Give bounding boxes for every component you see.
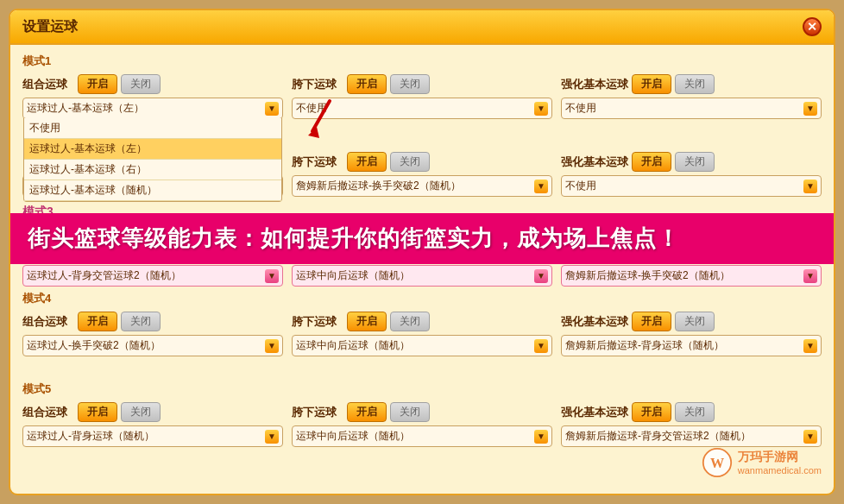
mode1-group3: 强化基本运球 开启 关闭 不使用 ▼: [561, 74, 822, 119]
mode5-d2-arrow[interactable]: ▼: [534, 430, 548, 444]
watermark-text-block: 万玛手游网 wanmamedical.com: [738, 450, 822, 476]
dropdown-item-2[interactable]: 运球过人-基本运球（右）: [24, 160, 281, 180]
mode1-r2-group2-dropdown-arrow[interactable]: ▼: [534, 180, 548, 193]
watermark-en: wanmamedical.com: [738, 465, 822, 476]
mode4-d3-arrow[interactable]: ▼: [803, 339, 817, 353]
mode5-group3-off[interactable]: 关闭: [675, 402, 715, 422]
dropdown-item-1[interactable]: 运球过人-基本运球（左）: [24, 139, 281, 160]
dialog-title: 设置运球: [22, 18, 78, 36]
mode1-r2-group3-header: 强化基本运球 开启 关闭: [561, 152, 822, 172]
mode5-group3: 强化基本运球 开启 关闭 詹姆新后撤运球-背身交管运球2（随机） ▼: [561, 402, 822, 447]
mode1-group1-off-button[interactable]: 关闭: [121, 74, 161, 94]
mode4-d1-arrow[interactable]: ▼: [265, 339, 279, 353]
mode3-d3-arrow[interactable]: ▼: [803, 269, 817, 283]
mode1-r2-group2-dropdown[interactable]: 詹姆新后撤运球-换手突破2（随机） ▼: [292, 175, 552, 197]
mode4-group2-on[interactable]: 开启: [347, 312, 387, 331]
mode1-group3-dropdown-value: 不使用: [565, 101, 802, 116]
dropdown-item-3[interactable]: 运球过人-基本运球（随机）: [24, 180, 281, 201]
mode1-r2-group3: 强化基本运球 开启 关闭 不使用 ▼: [561, 152, 822, 197]
mode4-group1-on[interactable]: 开启: [78, 312, 117, 331]
mode1-group3-dropdown-arrow[interactable]: ▼: [803, 102, 817, 116]
mode5-d1-value: 运球过人-背身运球（随机）: [27, 429, 263, 444]
mode1-r2-group3-off-button[interactable]: 关闭: [675, 152, 715, 172]
mode5-d1-arrow[interactable]: ▼: [265, 430, 279, 444]
mode1-group3-dropdown[interactable]: 不使用 ▼: [561, 98, 822, 119]
mode1-r2-group3-label: 强化基本运球: [561, 154, 628, 170]
mode3-d2-dropdown[interactable]: 运球中向后运球（随机） ▼: [292, 265, 552, 287]
mode3-d1-value: 运球过人-背身交管运球2（随机）: [27, 268, 263, 283]
mode1-group1-header: 组合运球 开启 关闭: [22, 74, 283, 94]
mode5-group1: 组合运球 开启 关闭 运球过人-背身运球（随机） ▼: [22, 402, 283, 447]
mode1-r2-group2: 胯下运球 开启 关闭 詹姆新后撤运球-换手突破2（随机） ▼: [292, 152, 552, 197]
mode4-group2-off[interactable]: 关闭: [390, 312, 430, 331]
mode1-r2-group2-label: 胯下运球: [292, 154, 343, 170]
mode3-d1-arrow[interactable]: ▼: [265, 269, 279, 283]
mode3-d2-arrow[interactable]: ▼: [534, 269, 548, 283]
svg-line-2: [312, 101, 330, 131]
mode3-d1-dropdown[interactable]: 运球过人-背身交管运球2（随机） ▼: [22, 265, 283, 287]
mode5-group2-off[interactable]: 关闭: [390, 402, 430, 422]
mode1-r2-group2-on-button[interactable]: 开启: [347, 152, 387, 172]
watermark-cn: 万玛手游网: [738, 450, 822, 465]
mode1-r2-group2-off-button[interactable]: 关闭: [390, 152, 430, 172]
dropdown-item-0[interactable]: 不使用: [24, 118, 281, 139]
mode3-d-group1: 运球过人-背身交管运球2（随机） ▼: [22, 265, 283, 287]
mode5-d1[interactable]: 运球过人-背身运球（随机） ▼: [22, 425, 283, 447]
mode1-section: 模式1 组合运球 开启 关闭 运球过人-基本运球（左） ▼ 不使用: [22, 54, 822, 197]
mode4-group3: 强化基本运球 开启 关闭 詹姆新后撤运球-背身运球（随机） ▼: [561, 312, 822, 356]
mode4-d2[interactable]: 运球中向后运球（随机） ▼: [292, 335, 552, 356]
mode1-group1-label: 组合运球: [22, 77, 74, 92]
watermark-logo-icon: W: [702, 447, 733, 478]
mode1-group3-header: 强化基本运球 开启 关闭: [561, 74, 822, 94]
title-bar: 设置运球 ✕: [10, 10, 834, 45]
mode4-d1[interactable]: 运球过人-换手突破2（随机） ▼: [22, 335, 283, 356]
close-button[interactable]: ✕: [803, 17, 822, 36]
mode4-group3-on[interactable]: 开启: [632, 312, 671, 331]
settings-dialog: 设置运球 ✕ 模式1 组合运球 开启 关闭 运球过人-基本运球（左） ▼: [9, 9, 835, 495]
mode1-group1: 组合运球 开启 关闭 运球过人-基本运球（左） ▼ 不使用 运球过人-基本运球（…: [22, 74, 283, 119]
mode5-d2[interactable]: 运球中向后运球（随机） ▼: [292, 425, 552, 447]
mode5-d3[interactable]: 詹姆新后撤运球-背身交管运球2（随机） ▼: [561, 425, 822, 447]
mode4-d2-value: 运球中向后运球（随机）: [296, 338, 532, 353]
mode4-d3[interactable]: 詹姆新后撤运球-背身运球（随机） ▼: [561, 335, 822, 356]
mode1-r2-group2-dropdown-value: 詹姆新后撤运球-换手突破2（随机）: [296, 179, 532, 193]
mode1-r2-group3-on-button[interactable]: 开启: [632, 152, 671, 172]
mode4-d1-value: 运球过人-换手突破2（随机）: [27, 338, 263, 353]
mode1-r2-group3-dropdown[interactable]: 不使用 ▼: [561, 175, 822, 197]
mode5-group2-on[interactable]: 开启: [347, 402, 387, 422]
mode5-group2: 胯下运球 开启 关闭 运球中向后运球（随机） ▼: [292, 402, 552, 447]
svg-text:W: W: [710, 456, 724, 471]
mode4-section: 模式4 组合运球 开启 关闭 运球过人-换手突破2（随机） ▼ 胯下运球: [22, 291, 822, 362]
mode1-group3-on-button[interactable]: 开启: [632, 74, 671, 94]
mode5-group1-off[interactable]: 关闭: [121, 402, 161, 422]
mode5-group3-on[interactable]: 开启: [632, 402, 671, 422]
mode4-group3-off[interactable]: 关闭: [675, 312, 715, 331]
overlay-banner: 街头篮球等级能力表：如何提升你的街篮实力，成为场上焦点！: [10, 213, 834, 264]
mode5-label: 模式5: [22, 381, 822, 397]
mode3-d2-value: 运球中向后运球（随机）: [296, 268, 532, 283]
mode1-group2-dropdown-arrow[interactable]: ▼: [534, 102, 548, 116]
mode3-d3-dropdown[interactable]: 詹姆新后撤运球-换手突破2（随机） ▼: [561, 265, 822, 287]
mode1-group3-label: 强化基本运球: [561, 77, 628, 92]
mode1-group1-dropdown-list: 不使用 运球过人-基本运球（左） 运球过人-基本运球（右） 运球过人-基本运球（…: [23, 118, 282, 202]
mode1-r2-group3-dropdown-value: 不使用: [565, 179, 802, 193]
watermark: W 万玛手游网 wanmamedical.com: [702, 447, 822, 478]
mode1-group1-dropdown[interactable]: 运球过人-基本运球（左） ▼ 不使用 运球过人-基本运球（左） 运球过人-基本运…: [22, 98, 283, 119]
mode1-group2-on-button[interactable]: 开启: [347, 74, 387, 94]
mode3-dropdowns-row: 运球过人-背身交管运球2（随机） ▼ 运球中向后运球（随机） ▼ 詹姆新后撤运球…: [22, 265, 822, 287]
mode1-r2-group2-header: 胯下运球 开启 关闭: [292, 152, 552, 172]
mode4-label: 模式4: [22, 291, 822, 306]
mode5-d3-arrow[interactable]: ▼: [803, 430, 817, 444]
mode1-group2-label: 胯下运球: [292, 77, 343, 92]
mode5-d2-value: 运球中向后运球（随机）: [296, 429, 532, 444]
mode1-group2-off-button[interactable]: 关闭: [390, 74, 430, 94]
mode4-d3-value: 詹姆新后撤运球-背身运球（随机）: [565, 338, 802, 353]
mode1-group1-on-button[interactable]: 开启: [78, 74, 117, 94]
mode5-group1-on[interactable]: 开启: [78, 402, 117, 422]
mode1-group3-off-button[interactable]: 关闭: [675, 74, 715, 94]
mode1-group1-dropdown-arrow[interactable]: ▼: [265, 102, 279, 116]
mode1-r2-group3-dropdown-arrow[interactable]: ▼: [803, 180, 817, 193]
mode5-d3-value: 詹姆新后撤运球-背身交管运球2（随机）: [565, 429, 802, 444]
mode4-d2-arrow[interactable]: ▼: [534, 339, 548, 353]
mode4-group1-off[interactable]: 关闭: [121, 312, 161, 331]
